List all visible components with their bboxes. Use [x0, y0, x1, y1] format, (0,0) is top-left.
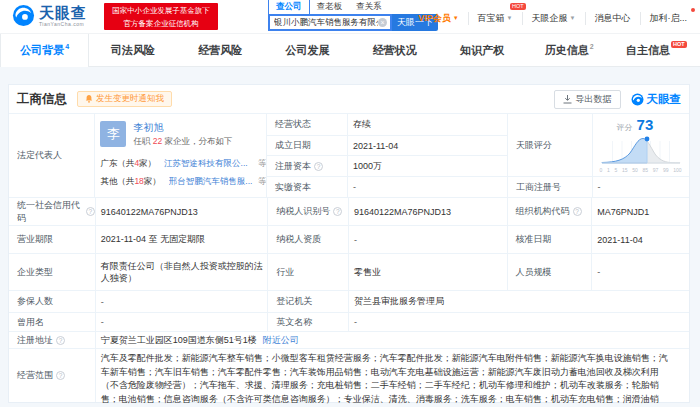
help-icon[interactable]: ?	[573, 207, 582, 216]
table-row: 营业期限 2021-11-04 至 无固定期限 纳税人资质 - 核准日期 202…	[9, 225, 689, 253]
export-data-button[interactable]: 导出数据	[554, 90, 621, 109]
tab-count: 4	[65, 43, 69, 50]
table-row: 参保人数 - 登记机关 贺兰县审批服务管理局	[9, 290, 689, 312]
field-value: 1000万	[348, 156, 507, 176]
rep-distribution-row: 广东（共4家） 江苏智途科技有限公... 等	[100, 158, 266, 170]
field-label: 成立日期	[267, 136, 348, 156]
field-value: 有限责任公司（非自然人投资或控股的法人独资）	[96, 254, 268, 290]
help-icon[interactable]: ?	[56, 371, 65, 380]
field-value: -	[349, 313, 689, 331]
table-row: 经营状态 存续	[267, 114, 507, 135]
field-value: MA76PNJD1	[592, 198, 689, 225]
tab-company-background[interactable]: 公司背景4	[0, 34, 89, 66]
table-row-address: 注册地址? 宁夏贺兰工业园区109国道东侧51号1楼 附近公司	[9, 331, 689, 348]
related-company-link[interactable]: 邢台智鹏汽车销售服...	[169, 176, 254, 188]
menu-user-account[interactable]: 加利·启...	[640, 12, 697, 25]
field-value: 贺兰县审批服务管理局	[349, 291, 689, 312]
address-text: 宁夏贺兰工业园区109国道东侧51号1楼	[101, 334, 257, 347]
tab-operation-status[interactable]: 经营状况	[351, 34, 438, 66]
field-label: 法定代表人	[9, 114, 95, 197]
table-row: 成立日期 2021-11-04	[267, 135, 507, 156]
more-link[interactable]: 等	[258, 158, 267, 170]
business-info-card: 工商信息 发生变更时通知我 导出数据 天眼查 法定代表人 李 李初旭 任职 22…	[8, 84, 690, 403]
menu-enterprise-service[interactable]: 天眼企服 ▼	[522, 12, 585, 25]
logo-text: 天眼查	[39, 5, 87, 20]
search-tab-company[interactable]: 查公司	[268, 0, 310, 14]
table-row-business-scope: 经营范围? 汽车及零配件批发；新能源汽车整车销售；小微型客车租赁经营服务；汽车零…	[9, 348, 689, 402]
score-word: 评分	[617, 122, 633, 133]
more-link[interactable]: 等	[258, 176, 267, 188]
chevron-down-icon: ▼	[507, 15, 513, 21]
field-value: 2021-11-04	[592, 226, 689, 253]
legal-rep-tenure: 任职 22 家企业，分布如下	[133, 136, 232, 148]
tianyan-score-cell: 天眼评分 评分 73	[508, 114, 689, 176]
menu-message-center[interactable]: 消息中心	[585, 12, 640, 25]
tab-intellectual-property[interactable]: 知识产权	[438, 34, 525, 66]
tab-self-info[interactable]: 自主信息HOT	[613, 34, 700, 66]
field-label: 核准日期	[508, 226, 593, 253]
help-icon[interactable]: ?	[333, 207, 342, 216]
help-icon[interactable]: ?	[56, 336, 65, 345]
tab-judicial-risk[interactable]: 司法风险	[89, 34, 176, 66]
field-label: 行业	[268, 254, 349, 290]
field-label: 统一社会信用代码?	[9, 198, 96, 225]
tab-count: 2	[590, 43, 594, 50]
tab-history-info[interactable]: 历史信息2	[526, 34, 613, 66]
related-company-link[interactable]: 江苏智途科技有限公...	[164, 158, 254, 170]
field-value: -	[96, 313, 268, 331]
field-value: 宁夏贺兰工业园区109国道东侧51号1楼 附近公司	[96, 332, 689, 348]
search-input[interactable]	[270, 18, 378, 28]
table-row: 实缴资本 -	[267, 176, 507, 197]
field-label: 参保人数	[9, 291, 96, 312]
tab-operation-risk[interactable]: 经营风险	[177, 34, 264, 66]
search-tab-relation[interactable]: 查关系	[349, 0, 389, 14]
field-value: 零售业	[349, 254, 508, 290]
nearby-companies-link[interactable]: 附近公司	[263, 334, 299, 347]
field-label: 组织机构代码?	[508, 198, 593, 225]
menu-treasure-box[interactable]: 百宝箱 ▼ HOT	[468, 12, 522, 25]
bell-icon	[85, 95, 93, 103]
field-label: 实缴资本	[267, 177, 348, 197]
site-logo[interactable]: 天眼查 TianYanCha.com	[12, 4, 87, 27]
tab-company-development[interactable]: 公司发展	[264, 34, 351, 66]
field-label: 注册资本?	[267, 156, 348, 176]
bell-curve-chart	[600, 133, 682, 167]
table-row: 曾用名 - 英文名称 -	[9, 312, 689, 331]
field-label: 纳税人识别号?	[268, 198, 349, 225]
score-value: 73	[637, 116, 654, 133]
rep-distribution-row: 其他（共18家） 邢台智鹏汽车销售服... 等	[100, 176, 266, 188]
clear-icon[interactable]: ×	[378, 18, 387, 27]
chevron-down-icon: ▼	[570, 15, 576, 21]
field-value: -	[348, 177, 507, 197]
table-row: 统一社会信用代码? 91640122MA76PNJD13 纳税人识别号? 916…	[9, 197, 689, 225]
notify-on-change-button[interactable]: 发生变更时通知我	[77, 91, 172, 107]
field-value: -	[593, 177, 689, 197]
search-tabs: 查公司 查老板 查关系	[268, 1, 389, 14]
field-value: -	[592, 254, 689, 290]
notification-dot	[691, 8, 695, 12]
field-value: -	[96, 291, 268, 312]
field-label: 纳税人资质	[268, 226, 349, 253]
legal-rep-name-link[interactable]: 李初旭	[133, 121, 163, 135]
avatar[interactable]: 李	[100, 121, 126, 147]
field-label: 经营范围?	[9, 349, 96, 402]
field-label: 工商注册号	[508, 177, 593, 197]
tianyancha-logo-icon	[631, 93, 644, 106]
hot-badge: HOT	[671, 41, 687, 48]
field-label: 经营状态	[267, 114, 348, 135]
field-label: 登记机关	[268, 291, 349, 312]
field-value: 2021-11-04	[348, 136, 507, 156]
search-tab-boss[interactable]: 查老板	[310, 0, 350, 14]
table-row: 注册资本? 1000万	[267, 155, 507, 176]
help-icon[interactable]: ?	[86, 207, 95, 216]
help-icon[interactable]: ?	[314, 162, 323, 171]
watermark-brand: 天眼查	[631, 92, 682, 107]
logo-domain: TianYanCha.com	[39, 22, 87, 27]
field-label: 企业类型	[9, 254, 96, 290]
company-nav-tabs: 公司背景4 司法风险 经营风险 公司发展 经营状况 知识产权 历史信息2 自主信…	[0, 33, 700, 67]
section-title: 工商信息	[17, 91, 67, 108]
menu-vip[interactable]: VIP会员 ▼	[409, 12, 467, 25]
gov-badge-line2: 官方备案企业征信机构	[104, 17, 218, 30]
field-value: 91640122MA76PNJD13	[349, 198, 508, 225]
score-distribution-chart[interactable]: 评分 73	[593, 114, 689, 176]
